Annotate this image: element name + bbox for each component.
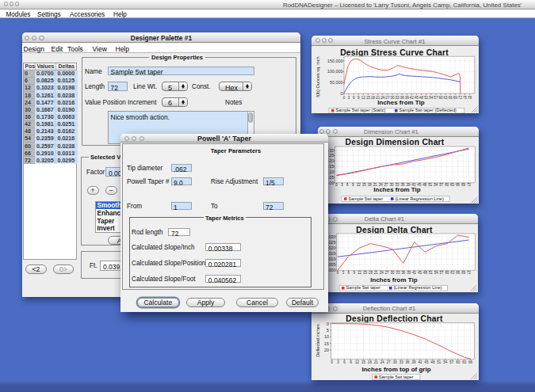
svg-text:9: 9: [353, 271, 355, 275]
svg-text:57: 57: [449, 360, 454, 364]
svg-text:15: 15: [324, 341, 329, 346]
svg-text:45: 45: [424, 360, 429, 364]
svg-text:42: 42: [418, 360, 422, 364]
svg-text:Sample 5wt taper (Deflected): Sample 5wt taper (Deflected): [399, 108, 457, 112]
svg-text:51: 51: [424, 95, 429, 99]
svg-text:69: 69: [461, 183, 466, 187]
svg-text:48: 48: [430, 360, 435, 364]
svg-text:78: 78: [468, 95, 472, 99]
svg-text:Inches from Tip: Inches from Tip: [370, 276, 417, 284]
svg-text:51: 51: [429, 271, 434, 275]
svg-text:9: 9: [352, 183, 354, 187]
svg-text:6: 6: [346, 183, 349, 187]
svg-text:18: 18: [368, 360, 373, 364]
svg-text:66: 66: [456, 183, 460, 187]
svg-text:66: 66: [468, 360, 473, 364]
svg-text:Inches from top of grip: Inches from top of grip: [361, 366, 430, 373]
svg-text:69: 69: [461, 271, 466, 275]
svg-text:33: 33: [399, 360, 404, 364]
svg-text:f(lb) Ounces sq. inch: f(lb) Ounces sq. inch: [315, 56, 320, 97]
svg-text:12: 12: [357, 271, 362, 275]
svg-text:9: 9: [357, 95, 360, 99]
svg-text:(Linear Regression Line): (Linear Regression Line): [393, 285, 441, 290]
svg-text:Deflected inches: Deflected inches: [315, 324, 320, 357]
svg-text:24: 24: [380, 360, 385, 364]
svg-text:12: 12: [357, 183, 361, 187]
svg-text:5: 5: [327, 328, 329, 333]
svg-text:72: 72: [457, 95, 462, 99]
svg-text:6: 6: [352, 95, 354, 99]
svg-text:54: 54: [434, 183, 438, 187]
svg-text:18: 18: [368, 183, 373, 187]
svg-text:21: 21: [374, 360, 379, 364]
svg-text:27: 27: [385, 271, 390, 275]
svg-text:57: 57: [434, 95, 438, 99]
svg-text:63: 63: [450, 271, 455, 275]
svg-text:24: 24: [380, 271, 384, 275]
svg-text:12: 12: [361, 95, 365, 99]
svg-text:66: 66: [456, 271, 460, 275]
svg-text:3: 3: [347, 95, 350, 99]
svg-text:3: 3: [341, 183, 343, 187]
svg-text:27: 27: [387, 360, 392, 364]
svg-text:42: 42: [412, 271, 417, 275]
svg-text:21: 21: [374, 271, 379, 275]
svg-text:0: 0: [335, 183, 338, 187]
svg-text:54: 54: [429, 95, 434, 99]
svg-text:15: 15: [362, 183, 367, 187]
svg-text:60: 60: [445, 271, 449, 275]
svg-text:0: 0: [331, 360, 333, 364]
svg-text:36: 36: [401, 271, 406, 275]
svg-text:75: 75: [462, 95, 467, 99]
svg-text:72: 72: [467, 183, 472, 187]
svg-text:30: 30: [390, 271, 395, 275]
svg-text:Sample 5wt taper (Static): Sample 5wt taper (Static): [335, 108, 385, 112]
svg-text:(Linear Regression Line): (Linear Regression Line): [396, 196, 444, 200]
svg-text:54: 54: [443, 360, 448, 364]
svg-text:12: 12: [355, 360, 360, 364]
svg-text:Inches from Tip: Inches from Tip: [377, 99, 425, 106]
svg-text:66: 66: [448, 95, 453, 99]
svg-text:18: 18: [371, 95, 376, 99]
svg-text:63: 63: [443, 95, 448, 99]
svg-text:0: 0: [327, 322, 329, 326]
svg-text:0: 0: [337, 271, 339, 275]
svg-text:60: 60: [438, 95, 443, 99]
svg-text:18: 18: [369, 271, 373, 275]
svg-text:60: 60: [456, 360, 460, 364]
svg-text:30: 30: [393, 360, 398, 364]
svg-text:15: 15: [361, 360, 366, 364]
svg-text:72: 72: [467, 271, 472, 275]
svg-text:Inches from Tip: Inches from Tip: [373, 186, 421, 193]
svg-text:Sample 5wt taper: Sample 5wt taper: [349, 196, 384, 200]
svg-text:20: 20: [324, 348, 329, 352]
svg-text:3: 3: [342, 271, 345, 275]
svg-text:150,000: 150,000: [327, 58, 342, 63]
svg-text:0: 0: [342, 95, 345, 99]
svg-text:51: 51: [437, 360, 441, 364]
svg-text:57: 57: [440, 271, 445, 275]
svg-text:39: 39: [412, 360, 417, 364]
svg-text:48: 48: [422, 183, 427, 187]
svg-text:39: 39: [407, 271, 411, 275]
svg-text:69: 69: [453, 95, 457, 99]
svg-text:3: 3: [337, 360, 339, 364]
svg-text:100,000: 100,000: [327, 69, 342, 74]
svg-text:6: 6: [348, 271, 350, 275]
svg-text:57: 57: [439, 183, 444, 187]
svg-text:15: 15: [365, 95, 370, 99]
svg-text:51: 51: [428, 183, 433, 187]
svg-text:48: 48: [423, 271, 428, 275]
svg-text:9: 9: [350, 360, 352, 364]
svg-text:33: 33: [396, 271, 400, 275]
svg-text:63: 63: [450, 183, 455, 187]
svg-text:Sample 5wt taper: Sample 5wt taper: [379, 375, 414, 379]
svg-text:50,000: 50,000: [329, 80, 342, 85]
svg-text:63: 63: [462, 360, 467, 364]
svg-text:54: 54: [434, 271, 439, 275]
svg-text:60: 60: [445, 183, 449, 187]
svg-text:Sample 5wt taper: Sample 5wt taper: [346, 285, 380, 290]
svg-text:6: 6: [343, 360, 346, 364]
svg-text:36: 36: [406, 360, 411, 364]
svg-text:10: 10: [324, 334, 329, 339]
